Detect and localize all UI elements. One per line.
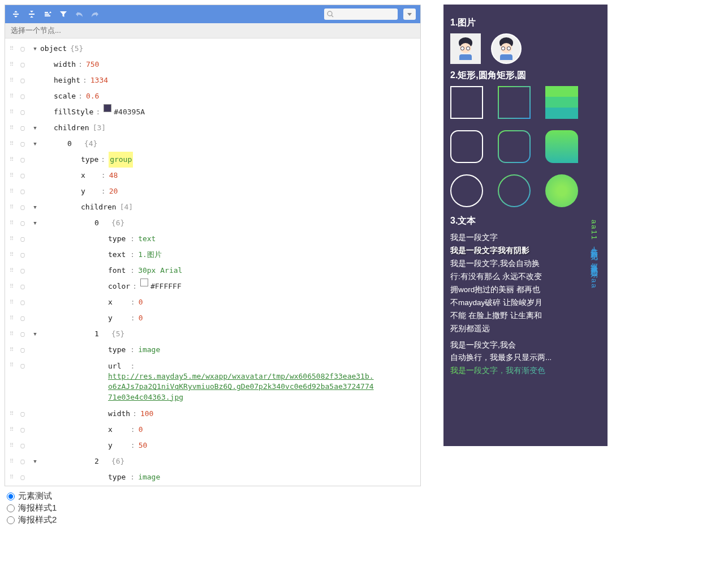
radio-option-2[interactable]: 海报样式1 — [7, 503, 421, 513]
tree-key[interactable]: object — [40, 41, 67, 57]
preview-section-title: 3.文本 — [450, 215, 601, 227]
chevron-down-icon[interactable] — [30, 326, 40, 342]
radio-option-3[interactable]: 海报样式2 — [7, 515, 421, 525]
shape-circle-fill — [545, 174, 578, 207]
chevron-down-icon[interactable] — [30, 453, 40, 469]
text-plain: 我是一段文字 — [450, 232, 601, 245]
expand-all-icon[interactable] — [10, 8, 22, 20]
undo-icon[interactable] — [73, 8, 85, 20]
radio-input[interactable] — [7, 516, 15, 524]
chevron-down-icon[interactable] — [30, 215, 40, 231]
shape-circle-gradient-border — [498, 174, 531, 207]
svg-point-0 — [328, 11, 332, 16]
node-path-bar: 选择一个节点... — [5, 23, 420, 38]
canvas-preview: 1.图片 2.矩形,圆角矩形,圆 3.文本 我是一段文字 我是一段文字我 — [443, 5, 608, 446]
shape-grid — [450, 86, 601, 207]
radio-group: 元素测试 海报样式1 海报样式2 — [5, 491, 421, 525]
avatar-square — [450, 33, 481, 64]
editor-toolbar — [5, 5, 420, 23]
radio-input[interactable] — [7, 493, 15, 500]
color-swatch — [104, 104, 111, 112]
url-link[interactable]: http://res.mayday5.me/wxapp/wxavatar/tmp… — [108, 371, 374, 402]
preview-section-title: 1.图片 — [450, 17, 601, 29]
chevron-down-icon[interactable] — [30, 136, 40, 152]
color-swatch — [140, 279, 148, 286]
tree-key[interactable]: width — [54, 57, 76, 72]
preview-text-block: 我是一段文字 我是一段文字我有阴影 我是一段文字,我会自动换行:有没有那么 永远… — [450, 232, 601, 378]
shape-square-gradient-border — [498, 86, 531, 119]
drag-handle-icon[interactable] — [7, 41, 15, 57]
avatar-round — [491, 33, 522, 64]
text-ellipsis-line2: 自动换行，我最多只显示两... — [450, 352, 558, 365]
search-dropdown[interactable] — [403, 8, 416, 20]
search-input[interactable] — [324, 8, 398, 20]
json-editor: 选择一个节点... object{5} width:750 height:133… — [5, 5, 421, 486]
tree-count: {5} — [70, 41, 83, 57]
radio-option-1[interactable]: 元素测试 — [7, 491, 421, 502]
chevron-down-icon[interactable] — [30, 120, 40, 136]
context-menu-icon[interactable] — [15, 41, 30, 57]
text-shadow: 我是一段文字我有阴影 — [450, 245, 601, 258]
sort-icon[interactable] — [41, 8, 54, 20]
text-vertical: aa11人生若只如初见 何事秋风悲画扇 11aa — [588, 220, 600, 378]
search-icon — [326, 10, 334, 20]
radio-input[interactable] — [7, 504, 15, 512]
json-tree[interactable]: object{5} width:750 height:1334 scale:0.… — [5, 38, 420, 486]
shape-circle — [450, 174, 483, 207]
chevron-down-icon[interactable] — [30, 41, 40, 57]
shape-square-fill — [545, 86, 578, 119]
shape-rounded — [450, 130, 483, 163]
chevron-down-icon[interactable] — [30, 199, 40, 215]
text-ellipsis-line1: 我是一段文字,我会 — [450, 339, 601, 352]
preview-section-title: 2.矩形,圆角矩形,圆 — [450, 70, 601, 82]
shape-rounded-fill — [545, 130, 578, 163]
tree-value[interactable]: 750 — [86, 57, 99, 72]
shape-rounded-gradient-border — [498, 130, 531, 163]
redo-icon[interactable] — [89, 8, 101, 20]
shape-square — [450, 86, 483, 119]
text-wrap: 我是一段文字,我会自动换行:有没有那么 永远不改变 拥word抱过的美丽 都再也… — [450, 258, 546, 336]
text-gradient: 我是一段文字，我有渐变色 — [450, 365, 601, 378]
collapse-all-icon[interactable] — [25, 8, 38, 20]
search-box[interactable] — [324, 8, 398, 20]
filter-icon[interactable] — [57, 8, 70, 20]
